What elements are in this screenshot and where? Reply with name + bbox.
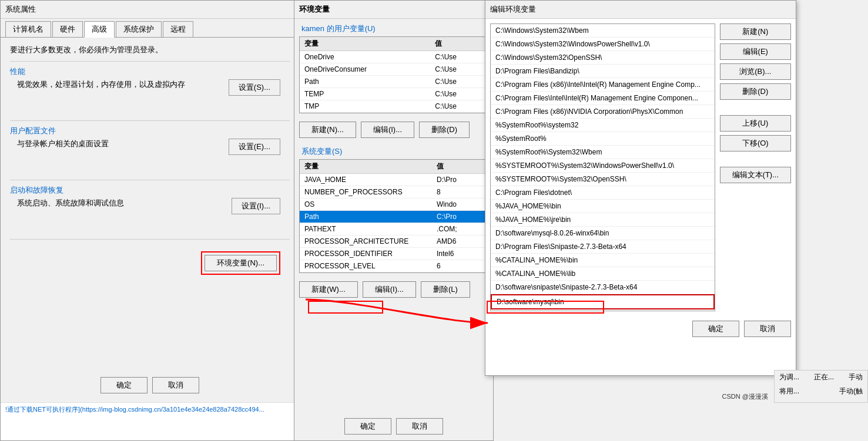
sys-var-row[interactable]: PathC:\Pro [300, 211, 488, 223]
sys-props-window: 系统属性 计算机名 硬件 高级 系统保护 远程 要进行大多数更改，你必须作为管理… [0, 0, 300, 441]
sys-var-value: .COM; [432, 223, 488, 235]
performance-link[interactable]: 性能 [10, 66, 290, 77]
user-var-name: Path [300, 76, 430, 88]
sys-var-row[interactable]: OSWindo [300, 198, 488, 211]
user-var-value: C:\Use [430, 76, 488, 88]
user-var-row[interactable]: OneDriveConsumerC:\Use [300, 63, 488, 76]
sys-new-btn[interactable]: 新建(W)... [299, 281, 358, 298]
user-var-name: OneDrive [300, 51, 430, 63]
service-col3-2: 手动(触 [839, 386, 863, 396]
env-bottom-buttons: 确定 取消 [294, 418, 493, 435]
path-edittext-btn[interactable]: 编辑文本(T)... [720, 167, 791, 183]
sys-props-ok-btn[interactable]: 确定 [100, 377, 148, 393]
user-var-row[interactable]: OneDriveC:\Use [300, 51, 488, 63]
sys-var-value: C:\Pro [432, 211, 488, 223]
user-var-name: TEMP [300, 88, 430, 100]
path-down-btn[interactable]: 下移(O) [720, 135, 791, 152]
path-cancel-btn[interactable]: 取消 [744, 321, 791, 337]
sys-var-name: OS [300, 198, 432, 211]
path-list-item[interactable]: %SystemRoot%\System32\Wbem [491, 146, 715, 159]
path-edit-btn[interactable]: 编辑(E) [720, 43, 791, 60]
user-var-row[interactable]: PathC:\Use [300, 76, 488, 88]
path-list-item[interactable]: D:\software\mysql-8.0.26-winx64\bin [491, 227, 715, 240]
sys-vars-col-var: 变量 [300, 160, 432, 174]
env-vars-window: 环境变量 kamen 的用户变量(U) 变量 值 OneDriveC:\UseO… [294, 0, 494, 441]
path-list-item[interactable]: D:\software\snipaste\Snipaste-2.7.3-Beta… [491, 281, 715, 294]
path-list-item[interactable]: %JAVA_HOME%\jre\bin [491, 213, 715, 227]
user-new-btn[interactable]: 新建(N)... [299, 122, 356, 138]
path-new-btn[interactable]: 新建(N) [720, 23, 791, 40]
sys-var-row[interactable]: PATHEXT.COM; [300, 223, 488, 235]
service-col2: 正在... [814, 372, 834, 382]
path-list-item[interactable]: C:\Program Files (x86)\NVIDIA Corporatio… [491, 105, 715, 119]
path-list-item[interactable]: C:\Program Files\dotnet\ [491, 186, 715, 200]
sys-edit-btn[interactable]: 编辑(I)... [363, 281, 416, 298]
sys-var-value: 6 [432, 260, 488, 272]
user-profile-settings-btn[interactable]: 设置(E)... [229, 139, 280, 155]
tab-computername[interactable]: 计算机名 [5, 21, 51, 37]
path-list-item[interactable]: %SystemRoot%\system32 [491, 119, 715, 132]
user-var-row[interactable]: TEMPC:\Use [300, 88, 488, 100]
tab-remote[interactable]: 远程 [163, 21, 193, 37]
path-up-btn[interactable]: 上移(U) [720, 115, 791, 132]
startup-recovery-link[interactable]: 启动和故障恢复 [10, 185, 290, 196]
path-list-item[interactable]: D:\software\mysql\bin [491, 294, 715, 309]
path-ok-btn[interactable]: 确定 [692, 321, 739, 337]
sys-var-name: PROCESSOR_IDENTIFIER [300, 248, 432, 260]
sys-var-name: NUMBER_OF_PROCESSORS [300, 186, 432, 198]
tab-sysprotect[interactable]: 系统保护 [116, 21, 162, 37]
path-right-buttons: 新建(N) 编辑(E) 浏览(B)... 删除(D) 上移(U) 下移(O) 编… [720, 23, 791, 311]
user-var-value: C:\Use [430, 63, 488, 76]
path-list-item[interactable]: C:\Program Files\Intel\Intel(R) Manageme… [491, 92, 715, 105]
tab-advanced[interactable]: 高级 [84, 21, 115, 38]
user-var-name: OneDriveConsumer [300, 63, 430, 76]
path-list-item[interactable]: %SystemRoot% [491, 132, 715, 146]
path-list-item[interactable]: C:\Windows\System32\WindowsPowerShell\v1… [491, 38, 715, 51]
performance-settings-btn[interactable]: 设置(S)... [229, 79, 280, 96]
sys-var-row[interactable]: NUMBER_OF_PROCESSORS8 [300, 186, 488, 198]
sys-delete-btn[interactable]: 删除(L) [421, 281, 470, 298]
startup-recovery-desc: 系统启动、系统故障和调试信息 [17, 198, 124, 207]
sys-var-name: PROCESSOR_LEVEL [300, 260, 432, 272]
sys-var-row[interactable]: JAVA_HOMED:\Pro [300, 174, 488, 186]
path-list-item[interactable]: %CATALINA_HOME%\lib [491, 267, 715, 281]
service-col1-2: 将用... [779, 386, 799, 396]
path-list-item[interactable]: C:\Windows\System32\Wbem [491, 24, 715, 38]
user-var-row[interactable]: TMPC:\Use [300, 100, 488, 113]
path-list-item[interactable]: D:\Program Files\Bandizip\ [491, 65, 715, 78]
user-profile-link[interactable]: 用户配置文件 [10, 126, 290, 136]
path-list-item[interactable]: %SYSTEMROOT%\System32\OpenSSH\ [491, 173, 715, 186]
path-list-item[interactable]: C:\Program Files (x86)\Intel\Intel(R) Ma… [491, 78, 715, 92]
path-list-item[interactable]: C:\Windows\System32\OpenSSH\ [491, 51, 715, 65]
performance-section: 性能 视觉效果，处理器计划，内存使用，以及虚拟内存 设置(S)... [10, 66, 290, 103]
sys-var-row[interactable]: PROCESSOR_LEVEL6 [300, 260, 488, 272]
path-list-item[interactable]: %JAVA_HOME%\bin [491, 200, 715, 213]
user-delete-btn[interactable]: 删除(D) [419, 122, 470, 138]
admin-info-text: 要进行大多数更改，你必须作为管理员登录。 [10, 45, 290, 55]
sys-vars-col-val: 值 [432, 160, 488, 174]
path-list-item[interactable]: %SYSTEMROOT%\System32\WindowsPowerShell\… [491, 159, 715, 173]
sys-var-value: Windo [432, 198, 488, 211]
sys-var-value: D:\Pro [432, 174, 488, 186]
performance-desc: 视觉效果，处理器计划，内存使用，以及虚拟内存 [17, 80, 185, 89]
user-edit-btn[interactable]: 编辑(I)... [361, 122, 414, 138]
startup-recovery-settings-btn[interactable]: 设置(I)... [232, 198, 280, 214]
path-list-item[interactable]: %CATALINA_HOME%\bin [491, 254, 715, 267]
path-browse-btn[interactable]: 浏览(B)... [720, 63, 791, 80]
env-ok-btn[interactable]: 确定 [344, 418, 391, 435]
sys-var-row[interactable]: PROCESSOR_ARCHITECTUREAMD6 [300, 235, 488, 248]
env-vars-button[interactable]: 环境变量(N)... [205, 255, 277, 271]
path-delete-btn[interactable]: 删除(D) [720, 83, 791, 100]
env-cancel-btn[interactable]: 取消 [396, 418, 443, 435]
sys-var-row[interactable]: PROCESSOR_IDENTIFIERIntel6 [300, 248, 488, 260]
sys-props-cancel-btn[interactable]: 取消 [152, 377, 199, 393]
service-col1: 为调... [779, 372, 799, 382]
sys-var-name: PATHEXT [300, 223, 432, 235]
user-vars-buttons: 新建(N)... 编辑(I)... 删除(D) [294, 118, 493, 142]
path-list-item[interactable]: D:\Program Files\Snipaste-2.7.3-Beta-x64 [491, 240, 715, 254]
sys-props-content: 要进行大多数更改，你必须作为管理员登录。 性能 视觉效果，处理器计划，内存使用，… [1, 38, 299, 282]
blog-link[interactable]: !通过下载NET可执行程序](https://img-blog.csdnimg.… [5, 406, 264, 413]
tab-hardware[interactable]: 硬件 [52, 21, 83, 37]
startup-recovery-section: 启动和故障恢复 系统启动、系统故障和调试信息 设置(I)... [10, 185, 290, 221]
sys-vars-table-container: 变量 值 JAVA_HOMED:\ProNUMBER_OF_PROCESSORS… [299, 159, 488, 273]
